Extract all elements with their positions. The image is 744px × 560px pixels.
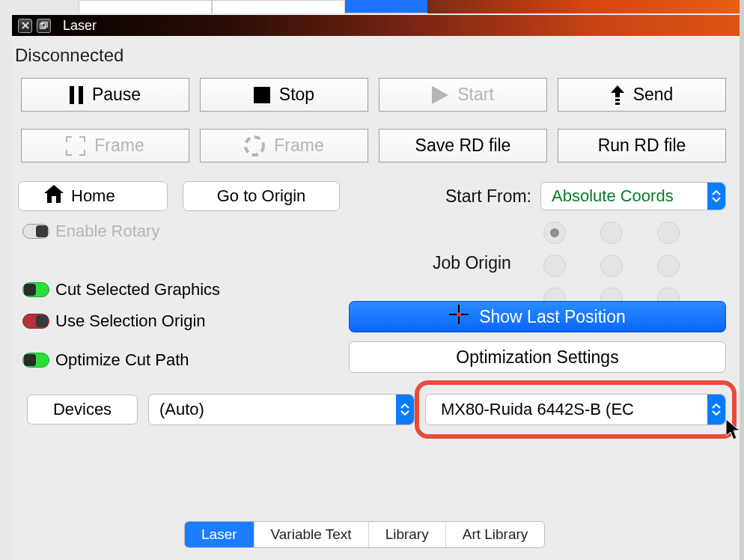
scrollbar-hint <box>740 0 744 15</box>
crosshair-icon <box>449 305 469 329</box>
upload-arrow-icon <box>611 85 624 105</box>
optimize-cut-path-toggle[interactable]: Optimize Cut Path <box>22 350 220 370</box>
port-select[interactable]: (Auto) <box>148 394 415 425</box>
send-label: Send <box>633 85 674 105</box>
pause-label: Pause <box>92 85 141 105</box>
start-button[interactable]: Start <box>379 78 547 112</box>
top-tab-strip <box>0 0 744 15</box>
devices-label: Devices <box>53 400 112 419</box>
home-label: Home <box>71 186 115 206</box>
show-last-position-label: Show Last Position <box>479 307 626 327</box>
svg-rect-3 <box>79 86 83 104</box>
send-button[interactable]: Send <box>558 78 726 112</box>
svg-rect-1 <box>42 22 47 28</box>
select-stepper-icon <box>707 395 725 424</box>
optimize-cut-path-label: Optimize Cut Path <box>55 350 189 370</box>
frame-circle-icon <box>244 136 265 156</box>
select-stepper-icon <box>707 183 725 210</box>
restore-icon[interactable] <box>37 19 51 33</box>
start-label: Start <box>457 85 494 105</box>
top-tab-slot[interactable] <box>212 0 345 13</box>
optimization-settings-label: Optimization Settings <box>456 347 618 368</box>
svg-rect-5 <box>615 99 620 101</box>
connection-status: Disconnected <box>15 45 124 66</box>
devices-button[interactable]: Devices <box>27 395 138 424</box>
close-icon[interactable] <box>18 19 32 33</box>
job-origin-mid-left[interactable] <box>543 255 566 277</box>
save-rd-button[interactable]: Save RD file <box>379 129 547 162</box>
go-to-origin-label: Go to Origin <box>217 186 306 206</box>
svg-point-7 <box>246 137 263 155</box>
enable-rotary-label: Enable Rotary <box>55 222 159 241</box>
panel-title: Laser <box>63 18 97 34</box>
svg-rect-2 <box>70 86 74 104</box>
optimization-settings-button[interactable]: Optimization Settings <box>349 341 726 373</box>
device-select[interactable]: MX80-Ruida 6442S-B (EC <box>425 394 726 425</box>
home-button[interactable]: Home <box>18 181 168 211</box>
frame-rect-button[interactable]: Frame <box>21 129 189 162</box>
job-origin-top-right[interactable] <box>657 222 680 244</box>
panel-titlebar: Laser <box>12 15 740 36</box>
frame-circle-label: Frame <box>274 136 323 156</box>
svg-point-10 <box>457 312 461 317</box>
start-from-label: Start From: <box>445 186 531 207</box>
device-select-value: MX80-Ruida 6442S-B (EC <box>426 400 707 419</box>
stop-button[interactable]: Stop <box>200 78 368 112</box>
stop-icon <box>254 87 270 103</box>
job-origin-top-center[interactable] <box>600 222 623 244</box>
job-origin-mid-right[interactable] <box>657 255 680 277</box>
pause-icon <box>70 86 83 104</box>
top-tab-gradient <box>427 0 740 13</box>
frame-rect-label: Frame <box>94 136 144 156</box>
svg-rect-4 <box>254 87 270 103</box>
go-to-origin-button[interactable]: Go to Origin <box>183 181 340 211</box>
select-stepper-icon <box>396 395 414 424</box>
frame-circle-button[interactable]: Frame <box>200 129 368 162</box>
use-selection-origin-toggle[interactable]: Use Selection Origin <box>22 311 220 331</box>
bottom-tabbar: Laser Variable Text Library Art Library <box>184 521 545 548</box>
svg-rect-6 <box>615 103 620 105</box>
show-last-position-button[interactable]: Show Last Position <box>349 301 726 332</box>
stop-label: Stop <box>279 85 314 105</box>
scrollbar-hint[interactable] <box>740 15 744 560</box>
start-from-select[interactable]: Absolute Coords <box>540 182 726 210</box>
home-icon <box>44 185 64 207</box>
frame-rect-icon <box>66 136 85 156</box>
pause-button[interactable]: Pause <box>21 78 189 112</box>
svg-rect-0 <box>40 24 46 29</box>
save-rd-label: Save RD file <box>415 136 511 156</box>
tab-variable-text[interactable]: Variable Text <box>254 522 369 547</box>
tab-art-library[interactable]: Art Library <box>446 522 545 547</box>
job-origin-mid-center[interactable] <box>600 255 623 277</box>
top-tab-active[interactable] <box>345 0 427 13</box>
cut-selected-toggle[interactable]: Cut Selected Graphics <box>22 280 220 299</box>
tab-library[interactable]: Library <box>369 522 446 547</box>
use-selection-origin-label: Use Selection Origin <box>55 311 206 331</box>
play-icon <box>432 86 448 104</box>
top-tab-slot[interactable] <box>79 0 212 13</box>
cut-selected-label: Cut Selected Graphics <box>55 280 220 299</box>
port-select-value: (Auto) <box>149 400 396 419</box>
tab-laser[interactable]: Laser <box>185 522 254 547</box>
job-origin-label: Job Origin <box>433 253 511 273</box>
enable-rotary-toggle[interactable]: Enable Rotary <box>22 222 220 241</box>
start-from-value: Absolute Coords <box>541 186 707 206</box>
run-rd-button[interactable]: Run RD file <box>558 129 726 162</box>
run-rd-label: Run RD file <box>598 136 686 156</box>
job-origin-top-left[interactable] <box>543 222 566 244</box>
